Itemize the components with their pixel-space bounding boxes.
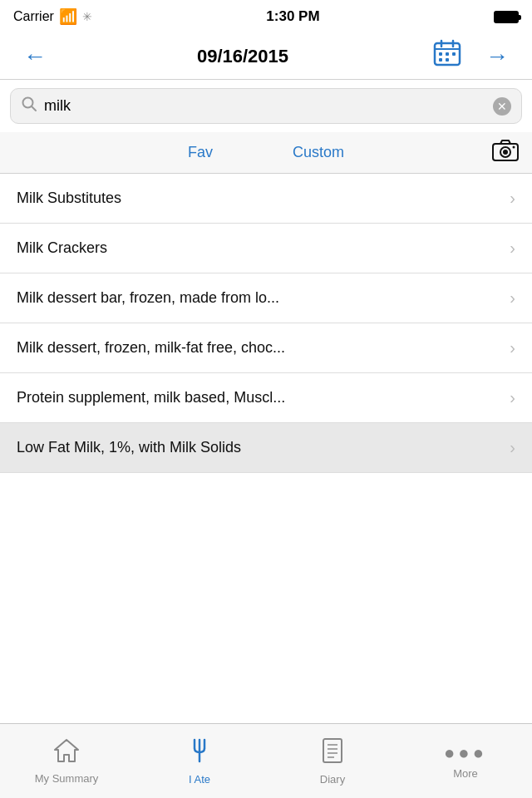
food-item-label: Milk dessert bar, frozen, made from lo..… — [17, 289, 503, 307]
tab-bar-i-ate[interactable]: I Ate — [133, 724, 266, 798]
home-icon — [53, 738, 80, 769]
search-bar: ✕ — [10, 88, 522, 124]
chevron-icon: › — [510, 239, 515, 258]
status-battery — [494, 11, 519, 23]
fork-icon — [186, 737, 213, 770]
food-item-label: Milk Crackers — [17, 239, 503, 257]
food-item[interactable]: Protein supplement, milk based, Muscl...… — [0, 373, 532, 423]
activity-icon: ✳ — [82, 10, 92, 23]
svg-point-13 — [503, 150, 508, 155]
tab-bar: My Summary I Ate — [0, 723, 532, 798]
chevron-icon: › — [510, 189, 515, 208]
tab-bar-my-summary[interactable]: My Summary — [0, 724, 133, 798]
chevron-icon: › — [510, 288, 515, 308]
tab-bar-i-ate-label: I Ate — [189, 773, 210, 786]
tab-custom[interactable]: Custom — [293, 144, 344, 161]
tab-bar-diary-label: Diary — [320, 773, 345, 786]
search-input[interactable] — [44, 97, 493, 115]
tabs-row: Fav Custom — [0, 132, 532, 174]
search-icon — [21, 96, 37, 116]
chevron-icon: › — [510, 438, 515, 457]
status-time: 1:30 PM — [266, 8, 319, 25]
svg-rect-5 — [446, 52, 449, 56]
status-bar: Carrier 📶 ✳ 1:30 PM — [0, 0, 532, 33]
calendar-button[interactable] — [432, 38, 462, 74]
food-item-selected[interactable]: Low Fat Milk, 1%, with Milk Solids › — [0, 423, 532, 473]
food-item[interactable]: Milk Crackers › — [0, 224, 532, 273]
search-clear-button[interactable]: ✕ — [493, 97, 511, 116]
food-item-label: Low Fat Milk, 1%, with Milk Solids — [17, 439, 503, 456]
chevron-icon: › — [510, 388, 515, 407]
svg-rect-20 — [323, 739, 342, 762]
food-item[interactable]: Milk Substitutes › — [0, 174, 532, 224]
svg-rect-4 — [439, 52, 442, 56]
food-item-label: Milk Substitutes — [17, 190, 503, 207]
more-icon: ●●● — [444, 742, 487, 764]
camera-button[interactable] — [492, 139, 519, 167]
food-item[interactable]: Milk dessert bar, frozen, made from lo..… — [0, 273, 532, 323]
food-item-label: Protein supplement, milk based, Muscl... — [17, 389, 503, 406]
svg-rect-6 — [452, 52, 456, 56]
battery-icon — [494, 11, 519, 23]
diary-icon — [321, 737, 344, 770]
forward-button[interactable]: → — [479, 40, 515, 73]
current-date: 09/16/2015 — [197, 46, 288, 67]
tab-bar-more[interactable]: ●●● More — [399, 724, 532, 798]
carrier-label: Carrier — [13, 9, 54, 24]
svg-rect-8 — [446, 58, 449, 62]
wifi-icon: 📶 — [59, 7, 77, 26]
svg-marker-15 — [55, 740, 78, 761]
tab-bar-my-summary-label: My Summary — [35, 772, 99, 785]
header-nav: ← 09/16/2015 → — [0, 33, 532, 80]
tab-bar-diary[interactable]: Diary — [266, 724, 399, 798]
food-item-label: Milk dessert, frozen, milk-fat free, cho… — [17, 339, 503, 357]
back-button[interactable]: ← — [17, 40, 53, 73]
svg-line-10 — [32, 106, 36, 111]
chevron-icon: › — [510, 338, 515, 357]
food-list: Milk Substitutes › Milk Crackers › Milk … — [0, 174, 532, 726]
status-carrier: Carrier 📶 ✳ — [13, 7, 92, 26]
tab-fav[interactable]: Fav — [188, 144, 213, 161]
food-item[interactable]: Milk dessert, frozen, milk-fat free, cho… — [0, 323, 532, 373]
tab-bar-more-label: More — [453, 767, 478, 780]
svg-point-14 — [513, 145, 515, 148]
svg-rect-7 — [439, 58, 442, 62]
